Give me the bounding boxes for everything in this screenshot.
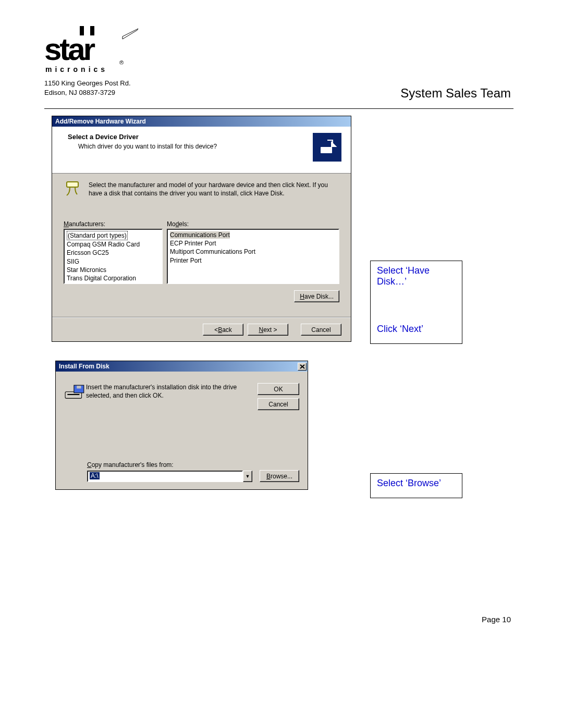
dialog-footer: < Back Next > Cancel bbox=[52, 318, 351, 341]
models-label: Models: bbox=[167, 220, 189, 228]
models-listbox[interactable]: Communications Port ECP Printer Port Mul… bbox=[167, 229, 339, 284]
disk-icon bbox=[64, 383, 86, 403]
dialog-title: Install From Disk bbox=[59, 363, 109, 370]
close-icon bbox=[300, 364, 305, 369]
dialog-info-text: Select the manufacturer and model of you… bbox=[89, 181, 339, 198]
list-item[interactable]: Compaq GSM Radio Card bbox=[67, 241, 140, 248]
cancel-button[interactable]: Cancel bbox=[301, 324, 341, 336]
list-item[interactable]: ECP Printer Port bbox=[170, 240, 216, 247]
svg-rect-8 bbox=[67, 394, 79, 395]
cancel-button[interactable]: Cancel bbox=[258, 398, 299, 410]
dialog-instruction: Insert the manufacturer's installation d… bbox=[86, 383, 258, 400]
svg-text:micronics: micronics bbox=[45, 65, 108, 73]
port-icon bbox=[64, 181, 81, 199]
list-item[interactable]: Communications Port bbox=[170, 231, 230, 239]
header-rule bbox=[44, 108, 513, 109]
add-remove-hardware-wizard-dialog: Add/Remove Hardware Wizard Select a Devi… bbox=[52, 116, 351, 342]
page-number: Page 10 bbox=[482, 615, 511, 624]
annotation-text: Select ‘Have Disk…’ bbox=[377, 265, 456, 287]
dialog-titlebar: Install From Disk bbox=[56, 361, 308, 372]
device-driver-icon bbox=[313, 133, 341, 162]
svg-text:®: ® bbox=[119, 59, 124, 66]
path-input[interactable]: A:\ bbox=[87, 471, 243, 482]
svg-rect-6 bbox=[67, 182, 78, 187]
have-disk-button[interactable]: Have Disk... bbox=[294, 290, 339, 302]
list-item[interactable]: Star Micronics bbox=[67, 266, 106, 274]
dialog-title: Add/Remove Hardware Wizard bbox=[55, 118, 146, 125]
copy-from-label: Copy manufacturer's files from: bbox=[87, 461, 299, 468]
back-button[interactable]: < Back bbox=[203, 324, 243, 336]
dropdown-button[interactable]: ▼ bbox=[243, 471, 252, 482]
dialog-heading: Select a Device Driver bbox=[68, 133, 341, 141]
path-combobox[interactable]: A:\ ▼ bbox=[87, 471, 252, 482]
manufacturers-listbox[interactable]: (Standard port types) Compaq GSM Radio C… bbox=[64, 229, 163, 284]
manufacturers-label: Manufacturers: bbox=[64, 220, 167, 228]
instruction-annotation-1: Select ‘Have Disk…’ Click ‘Next’ bbox=[370, 261, 462, 344]
list-item[interactable]: Ericsson GC25 bbox=[67, 249, 109, 256]
list-item[interactable]: Multiport Communications Port bbox=[170, 248, 255, 255]
next-button[interactable]: Next > bbox=[248, 324, 288, 336]
browse-button[interactable]: Browse... bbox=[260, 470, 299, 482]
instruction-annotation-2: Select ‘Browse’ bbox=[370, 473, 462, 498]
svg-text:star: star bbox=[44, 32, 95, 67]
dialog-subheading: Which driver do you want to install for … bbox=[78, 143, 341, 150]
team-title: System Sales Team bbox=[400, 86, 511, 101]
install-from-disk-dialog: Install From Disk Insert the manufacture… bbox=[55, 361, 308, 490]
svg-rect-10 bbox=[77, 386, 81, 388]
list-item[interactable]: (Standard port types) bbox=[67, 231, 128, 240]
chevron-down-icon: ▼ bbox=[246, 474, 250, 479]
annotation-text: Select ‘Browse’ bbox=[377, 478, 441, 488]
ok-button[interactable]: OK bbox=[258, 383, 299, 395]
list-item[interactable]: Printer Port bbox=[170, 257, 202, 264]
svg-rect-5 bbox=[320, 146, 333, 154]
dialog-info-row: Select the manufacturer and model of you… bbox=[64, 181, 339, 199]
list-item[interactable]: Trans Digital Corporation bbox=[67, 275, 136, 282]
annotation-text: Click ‘Next’ bbox=[377, 324, 456, 335]
dialog-header-area: Select a Device Driver Which driver do y… bbox=[52, 127, 351, 174]
star-micronics-logo: star micronics ® bbox=[44, 26, 513, 76]
list-item[interactable]: SIIG bbox=[67, 258, 79, 265]
dialog-titlebar: Add/Remove Hardware Wizard bbox=[52, 116, 351, 127]
close-button[interactable] bbox=[298, 363, 307, 371]
